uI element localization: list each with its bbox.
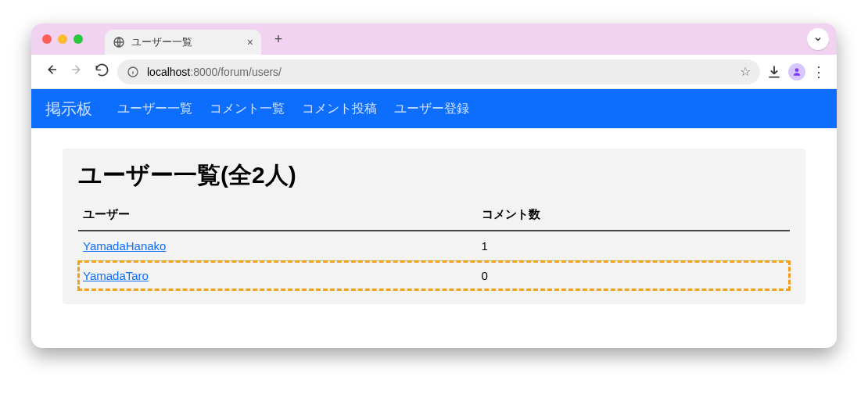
browser-toolbar: localhost:8000/forum/users/ ☆ ⋮ [31,55,837,89]
new-tab-button[interactable]: + [267,28,289,50]
nav-item-users[interactable]: ユーザー一覧 [117,101,192,117]
comment-count: 1 [477,231,790,261]
nav-item-register[interactable]: ユーザー登録 [394,101,469,117]
tab-strip: ユーザー一覧 × + [31,23,837,55]
forward-button[interactable] [67,63,86,81]
user-link[interactable]: YamadaTaro [83,269,149,282]
user-list-panel: ユーザー一覧(全2人) ユーザー コメント数 YamadaHanako1Yama… [63,149,805,304]
address-bar[interactable]: localhost:8000/forum/users/ ☆ [117,59,760,84]
table-row: YamadaTaro0 [78,261,790,291]
back-button[interactable] [42,63,61,81]
site-info-icon[interactable] [127,66,139,78]
col-comments: コメント数 [477,199,790,231]
nav-item-post[interactable]: コメント投稿 [302,101,377,117]
col-user: ユーザー [78,199,477,231]
app-brand[interactable]: 掲示板 [45,99,92,120]
page-body: ユーザー一覧(全2人) ユーザー コメント数 YamadaHanako1Yama… [31,128,837,328]
profile-avatar[interactable] [788,63,805,81]
page-title: ユーザー一覧(全2人) [78,159,790,192]
downloads-icon[interactable] [766,64,782,80]
minimize-window-button[interactable] [58,34,67,44]
close-tab-button[interactable]: × [247,36,253,48]
close-window-button[interactable] [42,34,52,44]
tab-title: ユーザー一覧 [131,36,241,49]
maximize-window-button[interactable] [74,34,83,44]
user-table: ユーザー コメント数 YamadaHanako1YamadaTaro0 [78,199,790,290]
nav-item-comments[interactable]: コメント一覧 [210,101,285,117]
user-link[interactable]: YamadaHanako [83,239,166,253]
table-row: YamadaHanako1 [78,231,790,261]
browser-menu-button[interactable]: ⋮ [812,63,826,81]
bookmark-star-icon[interactable]: ☆ [740,64,751,79]
url-text: localhost:8000/forum/users/ [147,66,732,78]
browser-window: ユーザー一覧 × + [31,23,837,348]
comment-count: 0 [477,261,790,291]
browser-tab[interactable]: ユーザー一覧 × [105,30,261,55]
tab-overflow-button[interactable] [807,28,829,50]
app-navbar: 掲示板 ユーザー一覧 コメント一覧 コメント投稿 ユーザー登録 [31,89,837,128]
globe-icon [113,36,125,48]
window-controls [42,34,83,44]
reload-button[interactable] [92,63,111,81]
